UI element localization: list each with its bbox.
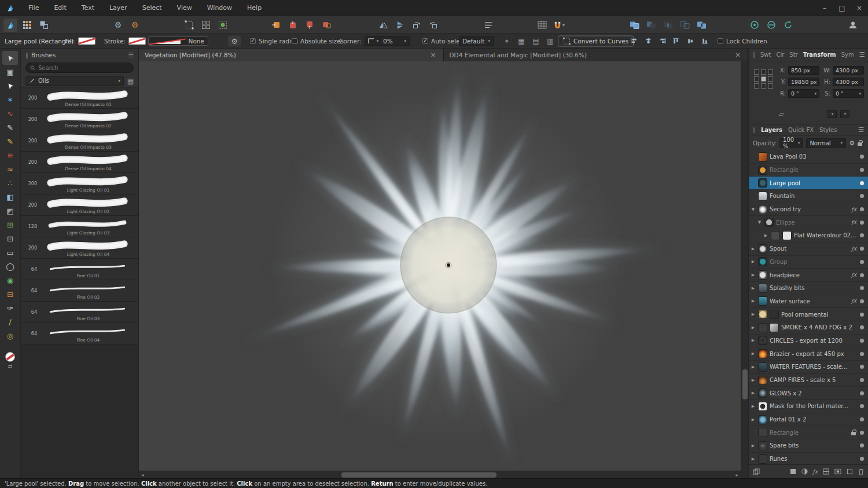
menu-help[interactable]: Help: [240, 0, 269, 16]
boolean-subtract-button[interactable]: [645, 19, 659, 32]
align-right-icon[interactable]: [657, 35, 668, 46]
layer-visibility-dot[interactable]: [860, 457, 864, 461]
layer-expander-icon[interactable]: ▶: [751, 443, 756, 448]
stroke-none-swatch[interactable]: [128, 37, 146, 45]
gear-orange-icon[interactable]: ⚙: [128, 19, 142, 32]
layer-visibility-dot[interactable]: [860, 391, 864, 395]
anchor-cell-selected[interactable]: [761, 76, 766, 82]
layer-thumbnail[interactable]: [758, 323, 767, 332]
tab-close-icon[interactable]: ×: [429, 51, 437, 59]
menu-window[interactable]: Window: [200, 0, 240, 16]
menu-edit[interactable]: Edit: [46, 0, 73, 16]
align-left-icon[interactable]: [628, 35, 639, 46]
layer-row-lava-pool-03[interactable]: Lava Pool 03: [749, 151, 868, 164]
studio-tab-transform[interactable]: Transform: [803, 52, 836, 58]
brush-item-light-glazing-oil-02[interactable]: 200Light Glazing Oil 02: [21, 195, 138, 216]
lock-children-checkbox[interactable]: Lock Children: [718, 38, 767, 45]
layer-fx-icon[interactable]: ƒX: [851, 207, 856, 212]
boolean-combine-button[interactable]: [695, 19, 709, 32]
stroke-control[interactable]: Stroke:: [104, 37, 146, 45]
layer-expander-icon[interactable]: ▶: [763, 233, 768, 238]
layer-thumbnail[interactable]: [758, 454, 767, 464]
anchor-cell[interactable]: [754, 83, 759, 89]
move-tool[interactable]: ➤: [2, 51, 18, 65]
layer-visibility-dot[interactable]: [860, 404, 864, 408]
brushes-menu-icon[interactable]: ☰: [128, 52, 134, 59]
snap-grid-icon[interactable]: [199, 19, 213, 32]
layer-thumbnail[interactable]: [782, 231, 792, 240]
snap-bounds-icon[interactable]: [182, 19, 196, 32]
blend-options-gear-icon[interactable]: ⚙: [849, 140, 855, 146]
layer-visibility-dot[interactable]: [860, 273, 864, 277]
anchor-cell[interactable]: [754, 69, 759, 75]
place-image-tool[interactable]: ⊞: [2, 218, 18, 232]
layer-row-group[interactable]: ▶Group: [749, 256, 868, 269]
layer-expander-icon[interactable]: ▼: [757, 220, 762, 225]
layers-tab-quick-fx[interactable]: Quick FX: [788, 127, 814, 133]
vertical-scroll-thumb[interactable]: [742, 369, 748, 399]
anchor-cell[interactable]: [768, 83, 773, 89]
layer-visibility-dot[interactable]: [860, 155, 864, 159]
layer-expander-icon[interactable]: ▶: [751, 457, 756, 461]
layer-thumbnail[interactable]: [758, 205, 767, 214]
layer-visibility-dot[interactable]: [860, 299, 864, 303]
transform-input-s[interactable]: 0 °▾: [833, 89, 864, 98]
layer-thumbnail[interactable]: [758, 376, 767, 385]
vertical-scrollbar[interactable]: [741, 61, 748, 471]
swap-colours-icon[interactable]: ⇄: [8, 364, 13, 369]
menu-text[interactable]: Text: [74, 0, 102, 16]
layer-row-smoke-x-4-and-fog-x-2[interactable]: ▶SMOKE x 4 AND FOG x 2: [749, 321, 868, 335]
boolean-add-button[interactable]: [628, 19, 642, 32]
rectangle-tool[interactable]: ▭: [2, 245, 18, 259]
layer-row-large-pool[interactable]: Large pool: [749, 177, 868, 190]
brush-category-dropdown[interactable]: Oils ▾: [25, 76, 124, 86]
layer-expander-icon[interactable]: ▶: [751, 351, 756, 356]
absolute-sizes-checkbox[interactable]: Absolute sizes: [292, 38, 344, 45]
insert-behind-icon[interactable]: [303, 19, 317, 32]
brush-item-dense-oil-impasto-04[interactable]: 200Dense Oil Impasto 04: [21, 152, 138, 173]
brush-item-fine-oil-04[interactable]: 64Fine Oil 04: [21, 323, 138, 344]
delete-layer-icon[interactable]: [858, 468, 864, 475]
layer-fx-icon[interactable]: ƒX: [851, 219, 856, 225]
layer-expander-icon[interactable]: ▶: [751, 299, 756, 303]
layer-row-camp-fires-scale-x-5[interactable]: ▶CAMP FIRES - scale x 5: [749, 374, 868, 387]
layer-thumbnail[interactable]: [758, 310, 767, 319]
stroke-gear-icon[interactable]: ⚙: [228, 35, 241, 46]
layer-visibility-dot[interactable]: [860, 339, 864, 343]
layer-expander-icon[interactable]: ▶: [751, 286, 756, 291]
fill-control[interactable]: Fill:: [65, 37, 95, 45]
anchor-cell[interactable]: [761, 83, 766, 89]
layer-expander-icon[interactable]: ▶: [751, 247, 756, 251]
auto-select-dropdown[interactable]: Default ▾: [459, 36, 494, 46]
layer-row-water-features-scale[interactable]: ▶WATER FEATURES - scale...: [749, 361, 868, 374]
boolean-divide-button[interactable]: [678, 19, 692, 32]
layer-expander-icon[interactable]: ▶: [751, 378, 756, 383]
align-middle-icon[interactable]: [685, 35, 696, 46]
rotate-ccw-button[interactable]: [410, 19, 424, 32]
layer-row-second-try[interactable]: ▼Second tryƒX: [749, 203, 868, 217]
account-person-icon[interactable]: [846, 19, 860, 32]
new-fill-layer-icon[interactable]: [790, 468, 796, 475]
node-tool[interactable]: ➤: [2, 79, 18, 93]
layer-thumbnail[interactable]: [758, 152, 767, 162]
layer-row-spout[interactable]: ▶SpoutƒX: [749, 243, 868, 256]
layer-row-rectangle[interactable]: Rectangle: [749, 164, 868, 177]
replace-selection-icon[interactable]: [319, 19, 333, 32]
layer-visibility-dot[interactable]: [860, 417, 864, 421]
brush-item-light-glazing-oil-03[interactable]: 128Light Glazing Oil 03: [21, 216, 138, 237]
layer-thumbnail[interactable]: [770, 323, 779, 332]
layer-row-headpiece[interactable]: ▶headpieceƒX: [749, 269, 868, 282]
layer-effects-icon[interactable]: ƒx: [813, 469, 818, 475]
layer-thumbnail[interactable]: [758, 178, 767, 188]
layer-lock-icon[interactable]: [851, 432, 856, 435]
brush-view-mode-icon[interactable]: ▦: [127, 77, 134, 85]
layer-row-portal-01-x-2[interactable]: ▶Portal 01 x 2: [749, 413, 868, 427]
app-logo-icon[interactable]: [0, 0, 21, 16]
anchor-cell[interactable]: [768, 76, 773, 82]
layer-thumbnail[interactable]: [758, 402, 767, 411]
layer-thumbnail[interactable]: [758, 244, 767, 254]
lock-layer-icon[interactable]: [858, 142, 862, 146]
adjustment-icon[interactable]: [801, 468, 808, 475]
layer-row-brazier-export-at-450-px[interactable]: ▶Brazier - export at 450 px: [749, 347, 868, 361]
layer-thumbnail[interactable]: [758, 428, 767, 437]
